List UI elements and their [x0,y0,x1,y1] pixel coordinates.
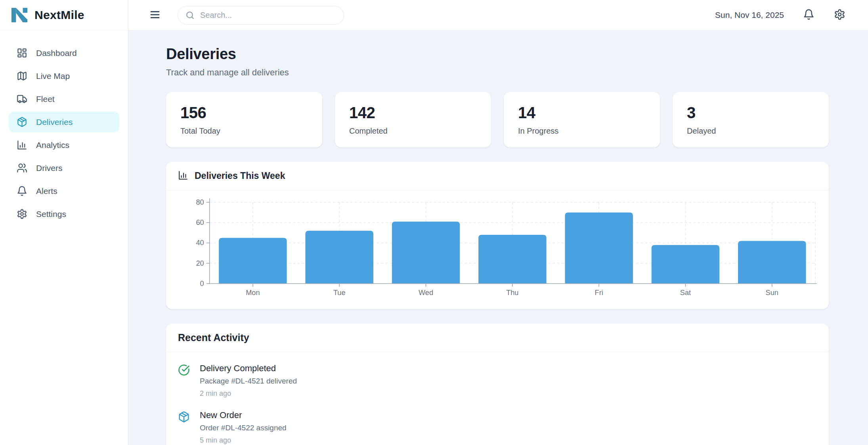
activity-item: Delivery CompletedPackage #DL-4521 deliv… [178,363,817,398]
page-subtitle: Track and manage all deliveries [166,67,829,78]
activity-item-title: Delivery Completed [200,363,297,374]
users-icon [17,163,27,173]
svg-text:60: 60 [196,219,204,226]
recent-activity-panel: Recent Activity Delivery CompletedPackag… [166,324,829,445]
brand-name: NextMile [34,8,84,22]
map-icon [17,71,27,81]
search-input[interactable] [178,6,344,25]
truck-icon [17,94,27,104]
activity-item-title: New Order [200,410,287,420]
activity-text: Delivery CompletedPackage #DL-4521 deliv… [200,363,297,398]
sidebar-item-dashboard[interactable]: Dashboard [9,42,119,63]
svg-text:Tue: Tue [333,289,346,297]
sidebar: NextMile DashboardLive MapFleetDeliverie… [0,0,128,445]
activity-item: New OrderOrder #DL-4522 assigned5 min ag… [178,410,817,445]
sidebar-item-label: Analytics [36,140,69,150]
menu-icon[interactable] [148,8,162,22]
activity-item-subtitle: Package #DL-4521 delivered [200,377,297,386]
content: Deliveries Track and manage all deliveri… [128,31,868,445]
weekly-chart-panel: Deliveries This Week 020406080MonTueWedT… [166,162,829,309]
brand-logo[interactable]: NextMile [0,0,128,31]
svg-text:Fri: Fri [595,289,603,297]
bar-chart-icon [178,170,188,182]
activity-item-subtitle: Order #DL-4522 assigned [200,424,287,432]
current-date: Sun, Nov 16, 2025 [715,10,784,20]
activity-text: New OrderOrder #DL-4522 assigned5 min ag… [200,410,287,445]
stat-value: 14 [518,104,646,122]
activity-item-time: 2 min ago [200,389,297,398]
sidebar-item-label: Fleet [36,94,55,104]
sidebar-item-label: Dashboard [36,48,77,58]
sidebar-item-label: Alerts [36,186,57,196]
activity-title: Recent Activity [178,332,249,343]
nextmile-logo-icon [10,6,29,24]
activity-list: Delivery CompletedPackage #DL-4521 deliv… [166,352,829,445]
activity-panel-header: Recent Activity [166,324,829,352]
stat-label: Completed [349,127,477,136]
gear-icon [17,209,27,219]
chart-title: Deliveries This Week [195,171,285,181]
stat-value: 142 [349,104,477,122]
sidebar-item-label: Deliveries [36,117,73,127]
stats-row: 156Total Today142Completed14In Progress3… [166,92,829,148]
sidebar-item-deliveries[interactable]: Deliveries [9,111,119,132]
gear-icon[interactable] [833,9,846,21]
svg-text:20: 20 [196,259,204,267]
svg-text:Sat: Sat [680,289,691,297]
stat-label: Total Today [180,127,308,136]
package-icon [17,117,27,127]
sidebar-nav: DashboardLive MapFleetDeliveriesAnalytic… [0,31,128,445]
dashboard-icon [17,48,27,58]
sidebar-item-analytics[interactable]: Analytics [9,134,119,155]
stat-value: 156 [180,104,308,122]
stat-label: In Progress [518,127,646,136]
sidebar-item-label: Settings [36,209,66,219]
bell-icon[interactable] [802,9,815,21]
package-icon [178,411,190,423]
svg-text:0: 0 [200,280,204,288]
svg-text:Wed: Wed [419,289,433,297]
check-circle-icon [178,364,190,376]
sidebar-item-alerts[interactable]: Alerts [9,180,119,201]
svg-text:Sun: Sun [766,289,778,297]
stat-card: 156Total Today [166,92,322,148]
stat-card: 14In Progress [504,92,660,148]
sidebar-item-label: Drivers [36,163,63,173]
sidebar-item-drivers[interactable]: Drivers [9,157,119,178]
stat-card: 3Delayed [673,92,829,148]
svg-text:Thu: Thu [506,289,518,297]
chart-panel-header: Deliveries This Week [166,162,829,190]
chart-body: 020406080MonTueWedThuFriSatSun [166,190,829,309]
svg-text:40: 40 [196,239,204,247]
svg-text:Mon: Mon [246,289,260,297]
stat-label: Delayed [687,127,814,136]
weekly-deliveries-bar-chart: 020406080MonTueWedThuFriSatSun [176,190,819,309]
bell-icon [17,186,27,196]
svg-text:80: 80 [196,198,204,206]
topbar: Sun, Nov 16, 2025 [128,0,868,31]
search [178,6,344,25]
sidebar-item-settings[interactable]: Settings [9,203,119,224]
stat-value: 3 [687,104,814,122]
bar-chart-icon [17,140,27,150]
sidebar-item-label: Live Map [36,71,70,81]
activity-item-time: 5 min ago [200,436,287,445]
page-title: Deliveries [166,46,829,63]
sidebar-item-live-map[interactable]: Live Map [9,65,119,86]
stat-card: 142Completed [335,92,491,148]
topbar-right: Sun, Nov 16, 2025 [715,9,868,21]
sidebar-item-fleet[interactable]: Fleet [9,88,119,109]
